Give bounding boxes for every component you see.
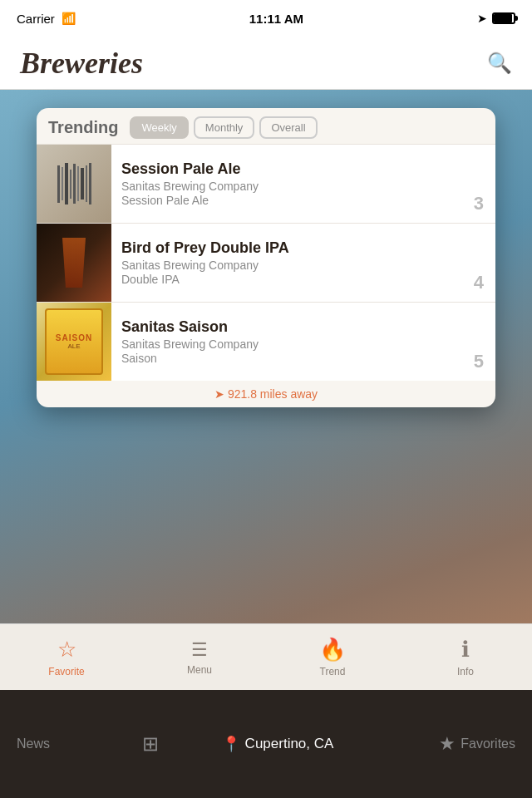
beer-name-3: Sanitas Saison	[121, 318, 485, 337]
location-pin-small-icon: ➤	[214, 387, 224, 401]
battery-fill	[494, 14, 512, 22]
carrier-label: Carrier	[17, 12, 55, 26]
grid-icon[interactable]: ⊞	[142, 732, 159, 756]
beer-brewery-2: Sanitas Brewing Company	[121, 259, 485, 272]
wifi-icon: 📶	[62, 12, 76, 25]
tab-favorite[interactable]: ☆ Favorite	[0, 637, 133, 677]
tab-monthly[interactable]: Monthly	[194, 116, 255, 139]
status-right: ➤	[477, 12, 515, 25]
beer-brewery-1: Sanitas Brewing Company	[121, 180, 485, 193]
status-left: Carrier 📶	[17, 12, 76, 26]
beer-info-3: Sanitas Saison Sanitas Brewing Company S…	[111, 303, 495, 381]
beer-glass-icon	[57, 238, 91, 288]
flame-icon: 🔥	[319, 637, 346, 663]
tab-trend-label: Trend	[320, 666, 346, 677]
beer-rank-1: 3	[474, 193, 484, 214]
beer-item-3[interactable]: SAISON ALE Sanitas Saison Sanitas Brewin…	[37, 302, 495, 381]
bottom-nav-bar: News ⊞ 📍 Cupertino, CA ★ Favorites	[0, 690, 532, 798]
trending-header: Trending Weekly Monthly Overall	[37, 108, 495, 144]
beer-style-3: Saison	[121, 352, 485, 365]
beer-style-1: Session Pale Ale	[121, 194, 485, 207]
status-time: 11:11 AM	[249, 12, 303, 26]
tab-overall[interactable]: Overall	[259, 116, 317, 139]
search-button[interactable]: 🔍	[487, 52, 512, 75]
star-icon: ☆	[57, 637, 76, 663]
beer-rank-2: 4	[474, 272, 484, 293]
tab-favorite-label: Favorite	[48, 666, 84, 677]
location-arrow-icon: ➤	[477, 12, 487, 25]
beer-info-2: Bird of Prey Double IPA Sanitas Brewing …	[111, 224, 495, 302]
trending-label: Trending	[48, 118, 118, 137]
distance-row: ➤ 921.8 miles away	[37, 381, 495, 407]
beer-item-1[interactable]: Session Pale Ale Sanitas Brewing Company…	[37, 144, 495, 223]
nav-favorites[interactable]: ★ Favorites	[397, 733, 515, 755]
tab-info[interactable]: ℹ Info	[399, 637, 532, 677]
beer-thumb-2	[37, 224, 111, 302]
nav-favorites-text: Favorites	[461, 736, 515, 751]
nav-news-link[interactable]: News	[17, 736, 135, 751]
tab-menu-label: Menu	[187, 664, 212, 676]
saison-label-icon: SAISON ALE	[45, 308, 103, 375]
info-icon: ℹ	[461, 637, 470, 663]
beer-brewery-3: Sanitas Brewing Company	[121, 337, 485, 351]
tab-menu[interactable]: ☰ Menu	[133, 639, 266, 676]
tab-weekly[interactable]: Weekly	[130, 116, 188, 139]
battery-indicator	[492, 12, 515, 24]
trending-tab-group: Weekly Monthly Overall	[130, 116, 317, 139]
favorites-star-icon: ★	[439, 733, 456, 755]
trending-popup: Trending Weekly Monthly Overall Session	[37, 108, 495, 407]
beer-thumb-3: SAISON ALE	[37, 303, 111, 381]
beer-item-2[interactable]: Bird of Prey Double IPA Sanitas Brewing …	[37, 223, 495, 302]
nav-location[interactable]: 📍 Cupertino, CA	[159, 735, 397, 753]
beer-name-1: Session Pale Ale	[121, 160, 485, 179]
app-title: Breweries	[20, 46, 143, 81]
location-pin-icon: 📍	[222, 735, 240, 753]
beer-rank-3: 5	[474, 351, 484, 372]
bottom-tabs-bar: ☆ Favorite ☰ Menu 🔥 Trend ℹ Info	[0, 623, 532, 690]
status-bar: Carrier 📶 11:11 AM ➤	[0, 0, 532, 37]
tab-info-label: Info	[457, 666, 474, 677]
beer-info-1: Session Pale Ale Sanitas Brewing Company…	[111, 145, 495, 223]
distance-text: 921.8 miles away	[228, 387, 318, 401]
app-header: Breweries 🔍	[0, 37, 532, 90]
menu-icon: ☰	[191, 639, 208, 661]
beer-thumb-1	[37, 145, 111, 223]
beer-name-2: Bird of Prey Double IPA	[121, 239, 485, 258]
nav-location-text: Cupertino, CA	[245, 736, 334, 752]
beer-style-2: Double IPA	[121, 273, 485, 286]
tab-trend[interactable]: 🔥 Trend	[266, 637, 399, 677]
